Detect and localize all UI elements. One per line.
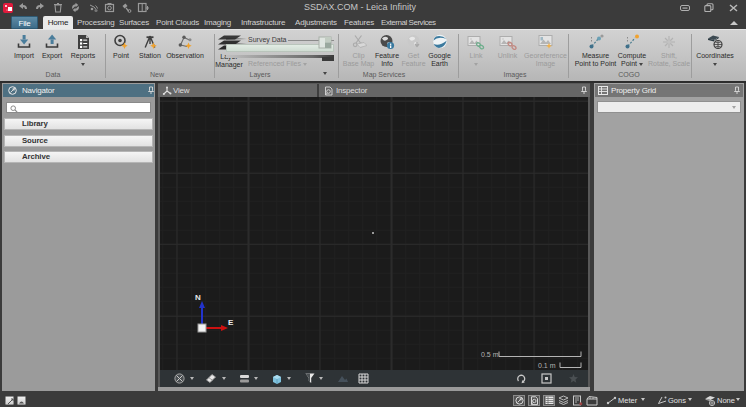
svg-text:E: E [228,318,234,327]
svg-text:N: N [195,293,201,302]
